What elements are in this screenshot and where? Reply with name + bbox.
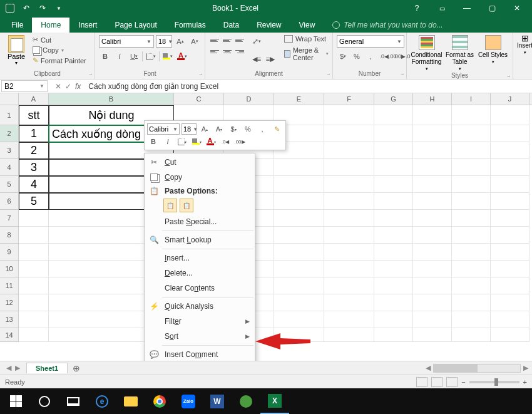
underline-button[interactable]: U▾ <box>128 50 140 63</box>
cell-a13[interactable] <box>19 311 49 328</box>
cell-g11[interactable] <box>374 277 413 294</box>
cell-j11[interactable] <box>491 277 529 294</box>
maximize-button[interactable]: ▢ <box>479 0 504 16</box>
ribbon-options-button[interactable]: ▭ <box>429 0 454 16</box>
cell-e11[interactable] <box>274 277 324 294</box>
minimize-button[interactable]: — <box>454 0 479 16</box>
row-header-4[interactable]: 4 <box>0 159 19 176</box>
cell-g1[interactable] <box>374 105 413 125</box>
col-header-h[interactable]: H <box>413 93 452 105</box>
mini-fill-button[interactable]: ▾ <box>190 135 203 148</box>
cell-h2[interactable] <box>413 125 452 142</box>
cell-e12[interactable] <box>274 294 324 311</box>
cell-f11[interactable] <box>324 277 374 294</box>
cell-e14[interactable] <box>274 328 324 342</box>
enter-formula-button[interactable]: ✓ <box>65 82 71 91</box>
wrap-text-button[interactable]: Wrap Text <box>284 35 329 43</box>
tab-insert[interactable]: Insert <box>69 18 106 33</box>
ctx-quick-analysis[interactable]: ⚡Quick Analysis <box>145 299 255 314</box>
close-button[interactable]: ✕ <box>504 0 529 16</box>
cell-a14[interactable] <box>19 328 49 342</box>
cell-e5[interactable] <box>274 176 324 193</box>
align-bottom-button[interactable] <box>234 35 245 45</box>
page-break-view-button[interactable] <box>446 377 458 387</box>
cell-g6[interactable] <box>374 193 413 210</box>
col-header-f[interactable]: F <box>324 93 374 105</box>
cell-a8[interactable] <box>19 227 49 244</box>
cell-h4[interactable] <box>413 159 452 176</box>
tab-review[interactable]: Review <box>248 18 290 33</box>
row-header-13[interactable]: 13 <box>0 311 19 328</box>
col-header-a[interactable]: A <box>19 93 49 105</box>
cancel-formula-button[interactable]: ✕ <box>55 82 61 91</box>
decrease-decimal-button[interactable]: .00▶.0 <box>396 50 408 63</box>
cell-j14[interactable] <box>491 328 529 342</box>
sheet-nav-first[interactable]: ◀ <box>6 364 11 372</box>
tab-file[interactable]: File <box>3 18 32 33</box>
increase-font-button[interactable]: A▴ <box>174 35 187 48</box>
cell-g2[interactable] <box>374 125 413 142</box>
cell-a7[interactable] <box>19 210 49 227</box>
quick-save-button[interactable] <box>3 1 18 15</box>
row-header-7[interactable]: 7 <box>0 210 19 227</box>
cell-a10[interactable] <box>19 261 49 277</box>
cell-f13[interactable] <box>324 311 374 328</box>
cell-f6[interactable] <box>324 193 374 210</box>
cell-f1[interactable] <box>324 105 374 125</box>
cortana-button[interactable] <box>30 388 59 414</box>
cell-a5[interactable]: 4 <box>19 176 49 193</box>
cell-i11[interactable] <box>452 277 491 294</box>
mini-size-combo[interactable]: 18▼ <box>182 123 197 135</box>
cell-g7[interactable] <box>374 210 413 227</box>
cell-i8[interactable] <box>452 227 491 244</box>
cell-h8[interactable] <box>413 227 452 244</box>
cell-a2[interactable]: 1 <box>19 125 49 142</box>
cell-j6[interactable] <box>491 193 529 210</box>
col-header-d[interactable]: D <box>224 93 274 105</box>
fx-button[interactable]: fx <box>75 82 81 91</box>
col-header-j[interactable]: J <box>491 93 529 105</box>
mini-italic-button[interactable]: I <box>161 135 174 148</box>
cut-button[interactable]: ✂Cut <box>31 35 88 44</box>
paste-button[interactable]: Paste ▾ <box>4 35 29 66</box>
cell-g10[interactable] <box>374 261 413 277</box>
align-left-button[interactable] <box>209 46 220 56</box>
mini-borders-button[interactable]: ▾ <box>176 135 188 148</box>
zalo-button[interactable]: Zalo <box>174 388 203 414</box>
tab-home[interactable]: Home <box>32 18 69 33</box>
increase-indent-button[interactable]: ≡▶ <box>264 53 277 65</box>
name-box[interactable]: B2▼ <box>1 80 48 92</box>
cell-h5[interactable] <box>413 176 452 193</box>
row-header-6[interactable]: 6 <box>0 193 19 210</box>
cell-i14[interactable] <box>452 328 491 342</box>
cell-e9[interactable] <box>274 244 324 261</box>
cell-h11[interactable] <box>413 277 452 294</box>
ctx-copy[interactable]: Copy <box>145 170 255 185</box>
format-as-table-button[interactable]: Format as Table▾ <box>444 35 476 72</box>
cell-j3[interactable] <box>491 142 529 159</box>
redo-button[interactable]: ↷ <box>35 1 50 15</box>
paste-option-paste[interactable]: 📋 <box>163 199 177 212</box>
cell-g4[interactable] <box>374 159 413 176</box>
align-top-button[interactable] <box>209 35 220 45</box>
horizontal-scrollbar[interactable] <box>433 364 521 373</box>
cell-j4[interactable] <box>491 159 529 176</box>
cell-i4[interactable] <box>452 159 491 176</box>
cell-i2[interactable] <box>452 125 491 142</box>
row-header-5[interactable]: 5 <box>0 176 19 193</box>
row-header-2[interactable]: 2 <box>0 125 19 142</box>
cell-g5[interactable] <box>374 176 413 193</box>
ctx-sort[interactable]: Sort▶ <box>145 329 255 344</box>
cell-i7[interactable] <box>452 210 491 227</box>
cell-h3[interactable] <box>413 142 452 159</box>
cell-h1[interactable] <box>413 105 452 125</box>
cell-h13[interactable] <box>413 311 452 328</box>
cell-g9[interactable] <box>374 244 413 261</box>
conditional-formatting-button[interactable]: Conditional Formatting▾ <box>411 35 442 72</box>
cell-i12[interactable] <box>452 294 491 311</box>
cell-f14[interactable] <box>324 328 374 342</box>
bold-button[interactable]: B <box>99 50 111 63</box>
align-middle-button[interactable] <box>222 35 233 45</box>
align-right-button[interactable] <box>234 46 245 56</box>
cell-e8[interactable] <box>274 227 324 244</box>
